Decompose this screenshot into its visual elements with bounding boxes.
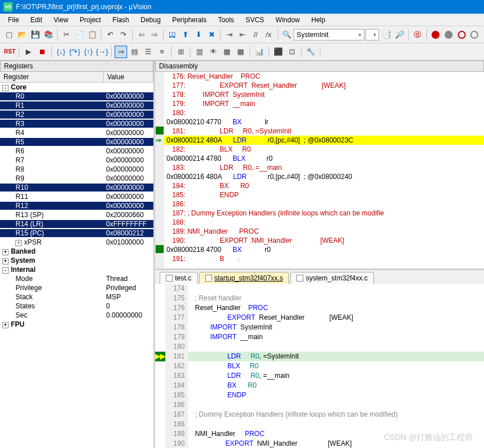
call-stack-icon[interactable]: ▥ (193, 46, 206, 58)
copy-icon[interactable]: 📄 (74, 28, 86, 41)
reg-r5[interactable]: R50x00000000 (0, 137, 153, 146)
reg-mode[interactable]: ModeThread (0, 274, 153, 283)
disasm-line[interactable]: 177: EXPORT Reset_Handler [WEAK] (155, 81, 484, 90)
debug-icon[interactable]: ⓓ (412, 28, 424, 41)
stop-icon[interactable]: ⏹ (36, 46, 48, 58)
bookmark-icon[interactable]: 🕮 (166, 28, 178, 41)
source-line[interactable] (155, 342, 484, 352)
source-line[interactable]: ENDP (155, 390, 484, 400)
disassembly-body[interactable]: 176: Reset_Handler PROC 177: EXPORT Rese… (155, 72, 484, 268)
reg-r2[interactable]: R20x00000000 (0, 110, 153, 119)
reg-group-system[interactable]: +System (0, 256, 153, 265)
reg-r11[interactable]: R110x00000000 (0, 192, 153, 201)
trace-icon[interactable]: ⬛ (272, 46, 284, 58)
disasm-line[interactable]: 184: BX R0 (155, 181, 484, 190)
disasm-line[interactable]: 181: LDR R0, =SystemInit (155, 127, 484, 136)
breakpoint-insert-icon[interactable] (430, 28, 442, 41)
source-line[interactable]: EXPORT NMI_Handler [WEAK] (155, 439, 484, 448)
incremental-find-icon[interactable]: 🔎 (393, 28, 405, 41)
reg-r7[interactable]: R70x00000000 (0, 156, 153, 165)
disasm-line[interactable]: 0x08000216 480A LDR r0,[pc,#40] ; @0x080… (155, 172, 484, 181)
bookmark-clear-icon[interactable]: ✖ (206, 28, 218, 41)
menu-flash[interactable]: Flash (108, 15, 133, 25)
disasm-line[interactable]: 178: IMPORT SystemInit (155, 90, 484, 99)
save-all-icon[interactable]: 📚 (42, 28, 54, 41)
source-line[interactable]: ; Dummy Exception Handlers (infinite loo… (155, 410, 484, 420)
disasm-line[interactable]: 190: EXPORT NMI_Handler [WEAK] (155, 236, 484, 245)
disasm-line[interactable]: 188: (155, 218, 484, 227)
disasm-line[interactable]: 182: BLX R0 (155, 145, 484, 154)
show-next-icon[interactable]: ⇒ (115, 46, 127, 58)
find-icon[interactable]: 🔍 (280, 28, 292, 41)
disasm-line[interactable]: 176: Reset_Handler PROC (155, 72, 484, 81)
disasm-line[interactable]: 0x08000210 4770 BX lr (155, 117, 484, 127)
disasm-line[interactable]: 0x08000212 480A LDR r0,[pc,#40] ; @0x080… (155, 136, 484, 145)
reg-r3[interactable]: R30x00000000 (0, 119, 153, 128)
watch-icon[interactable]: 👁 (207, 46, 219, 58)
menu-help[interactable]: Help (307, 15, 330, 25)
reg-r12[interactable]: R120x00000000 (0, 201, 153, 210)
reg-r1[interactable]: R10x00000000 (0, 101, 153, 110)
reg-sec[interactable]: Sec0.00000000 (0, 311, 153, 320)
reg-r0[interactable]: R00x00000000 (0, 92, 153, 101)
reg-group-internal[interactable]: -Internal (0, 265, 153, 274)
source-line[interactable]: IMPORT __main (155, 332, 484, 342)
disasm-line[interactable]: 179: IMPORT __main (155, 99, 484, 108)
indent-icon[interactable]: ⇥ (223, 28, 235, 41)
menu-debug[interactable]: Debug (136, 15, 165, 25)
find-combo-2[interactable] (365, 29, 379, 40)
breakpoint-killall-icon[interactable] (469, 28, 481, 41)
disasm-icon[interactable]: ☰ (142, 46, 154, 58)
run-to-cursor-icon[interactable]: {→} (96, 46, 108, 58)
outdent-icon[interactable]: ⇤ (237, 28, 249, 41)
step-in-icon[interactable]: {↓} (55, 46, 67, 58)
disasm-line[interactable]: 191: B . (155, 254, 484, 263)
menu-tools[interactable]: Tools (214, 15, 239, 25)
source-body[interactable]: CSDN @打酱油的工程师 17417517617717817918018118… (155, 284, 484, 448)
reg-states[interactable]: States0 (0, 302, 153, 311)
memory-icon[interactable]: ▦ (221, 46, 233, 58)
menu-peripherals[interactable]: Peripherals (168, 15, 212, 25)
save-icon[interactable]: 💾 (30, 28, 42, 41)
undo-icon[interactable]: ↶ (104, 28, 116, 41)
find-combo[interactable]: SystemInit (294, 29, 364, 40)
source-line[interactable] (155, 400, 484, 410)
menu-file[interactable]: File (3, 15, 23, 25)
source-line[interactable]: EXPORT Reset_Handler [WEAK] (155, 313, 484, 323)
uncomment-icon[interactable]: /x (263, 28, 275, 41)
reg-r6[interactable]: R60x00000000 (0, 146, 153, 156)
find-in-files-icon[interactable]: 📑 (380, 28, 392, 41)
source-line[interactable] (155, 284, 484, 294)
command-icon[interactable]: ▤ (128, 46, 141, 58)
system-icon[interactable]: ⊡ (286, 46, 298, 58)
disasm-line[interactable]: 180: (155, 108, 484, 117)
reg-privilege[interactable]: PrivilegePrivileged (0, 283, 153, 292)
source-line[interactable] (155, 420, 484, 429)
disasm-line[interactable]: 187: ; Dummy Exception Handlers (infinit… (155, 209, 484, 218)
step-over-icon[interactable]: {↷} (68, 46, 81, 58)
source-line[interactable]: BLX R0 (155, 361, 484, 371)
breakpoint-disable-icon[interactable] (442, 28, 454, 41)
reset-icon[interactable]: RST (3, 46, 16, 58)
source-line[interactable]: NMI_Handler PROC (155, 429, 484, 439)
new-icon[interactable]: ▢ (3, 28, 15, 41)
menu-project[interactable]: Project (75, 15, 105, 25)
disasm-line[interactable]: 183: LDR R0, =__main (155, 163, 484, 172)
open-icon[interactable]: 📂 (17, 28, 29, 41)
analysis-icon[interactable]: 📊 (253, 46, 266, 58)
paste-icon[interactable]: 📋 (87, 28, 99, 41)
source-line[interactable]: ; Reset handler (155, 294, 484, 303)
menu-view[interactable]: View (49, 15, 73, 25)
reg-r14lr[interactable]: R14 (LR)0xFFFFFFFF (0, 219, 153, 229)
tab-startup_stm32f407xx-s[interactable]: startup_stm32f407xx.s (199, 272, 290, 284)
disasm-line[interactable]: 0x08000218 4700 BX r0 (155, 245, 484, 254)
source-line[interactable]: LDR R0, =__main (155, 371, 484, 381)
bookmark-prev-icon[interactable]: ⬆ (180, 28, 192, 41)
run-icon[interactable]: ▶ (22, 46, 35, 58)
reg-r13sp[interactable]: R13 (SP)0x20000660 (0, 210, 153, 219)
tab-test-c[interactable]: test.c (160, 272, 198, 284)
reg-r8[interactable]: R80x00000000 (0, 165, 153, 174)
reg-group-banked[interactable]: +Banked (0, 247, 153, 256)
disasm-line[interactable]: 189: NMI_Handler PROC (155, 227, 484, 236)
disasm-line[interactable]: 186: (155, 199, 484, 209)
